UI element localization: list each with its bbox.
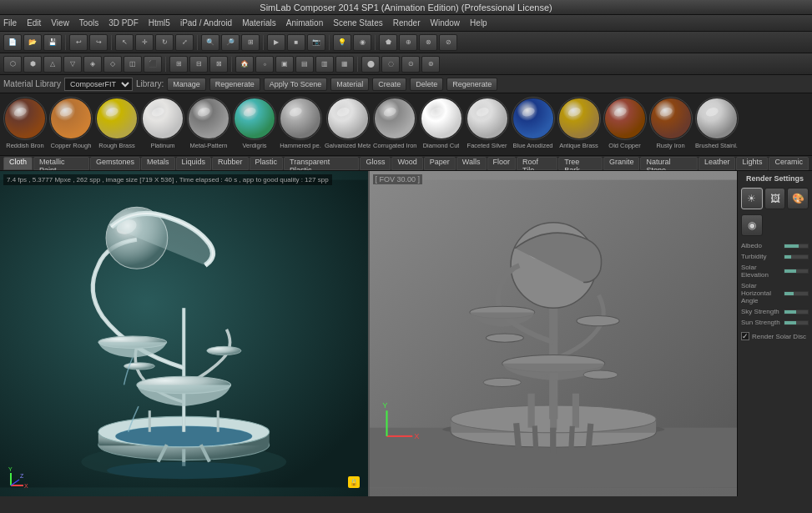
material-item-8[interactable]: Corrugated Iron <box>373 97 417 149</box>
menu-item-file[interactable]: File <box>3 18 17 28</box>
apply-to-scene-btn[interactable]: Apply To Scene <box>264 78 327 91</box>
material-item-12[interactable]: Antique Brass <box>557 97 601 149</box>
material-item-10[interactable]: Faceted Silver <box>466 97 509 149</box>
mat-cat-granite[interactable]: Granite <box>603 157 640 170</box>
toolbar-btn-render[interactable]: ▶ <box>267 34 285 51</box>
mat-cat-leather[interactable]: Leather <box>699 157 736 170</box>
material-item-1[interactable]: Copper Rough <box>49 97 93 149</box>
toolbar2-btn-10[interactable]: ⊟ <box>189 56 208 73</box>
toolbar2-btn-9[interactable]: ⊞ <box>169 56 188 73</box>
toolbar-btn-fit[interactable]: ⊞ <box>241 34 260 51</box>
mat-cat-transparent-plastic[interactable]: Transparent Plastic <box>284 157 359 170</box>
material-item-5[interactable]: Verdigris <box>233 97 276 149</box>
manage-btn[interactable]: Manage <box>167 78 206 91</box>
toolbar-btn-zoom-out[interactable]: 🔎 <box>221 34 240 51</box>
material-item-2[interactable]: Rough Brass <box>95 97 139 149</box>
menu-item-help[interactable]: Help <box>470 18 487 28</box>
toolbar2-btn-8[interactable]: ⬛ <box>144 56 162 73</box>
regenerate-btn-1[interactable]: Regenerate <box>209 78 260 91</box>
create-btn[interactable]: Create <box>372 78 406 91</box>
mat-cat-metallic-paint[interactable]: Metallic Paint <box>33 157 89 170</box>
prop-solar-elev-bar[interactable] <box>784 269 809 274</box>
toolbar2-btn-20[interactable]: ⊙ <box>401 56 420 73</box>
toolbar-btn-new[interactable]: 📄 <box>3 34 22 51</box>
toolbar2-btn-11[interactable]: ⊠ <box>209 56 228 73</box>
toolbar-btn-a2[interactable]: ⊕ <box>399 34 417 51</box>
toolbar-btn-scale[interactable]: ⤢ <box>175 34 194 51</box>
toolbar2-btn-4[interactable]: ▽ <box>63 56 82 73</box>
render-icon-hdr[interactable]: ◉ <box>741 214 763 236</box>
mat-cat-rubber[interactable]: Rubber <box>212 157 249 170</box>
mat-cat-plastic[interactable]: Plastic <box>250 157 284 170</box>
menu-item-tools[interactable]: Tools <box>79 18 98 28</box>
material-btn[interactable]: Material <box>330 78 369 91</box>
toolbar2-btn-7[interactable]: ◫ <box>124 56 142 73</box>
toolbar2-btn-21[interactable]: ⊚ <box>421 56 440 73</box>
toolbar-btn-mat[interactable]: ◉ <box>353 34 371 51</box>
toolbar-btn-cam[interactable]: 📷 <box>307 34 325 51</box>
prop-sky-strength-bar[interactable] <box>784 309 809 314</box>
toolbar-btn-a4[interactable]: ⊘ <box>439 34 457 51</box>
mat-cat-roof-tile[interactable]: Roof Tile <box>517 157 557 170</box>
toolbar2-btn-19[interactable]: ◌ <box>381 56 400 73</box>
toolbar2-btn-14[interactable]: ▣ <box>275 56 294 73</box>
toolbar2-btn-2[interactable]: ⬢ <box>23 56 42 73</box>
material-item-4[interactable]: Metal-Pattern <box>187 97 230 149</box>
render-solar-disc-checkbox[interactable]: ✓ <box>741 332 749 340</box>
render-icon-color[interactable]: 🎨 <box>787 188 809 209</box>
regenerate-btn-2[interactable]: Regenerate <box>446 78 497 91</box>
toolbar-btn-rotate[interactable]: ↻ <box>155 34 174 51</box>
render-icon-image[interactable]: 🖼 <box>764 188 786 209</box>
toolbar-btn-open[interactable]: 📂 <box>23 34 42 51</box>
toolbar-btn-save[interactable]: 💾 <box>43 34 62 51</box>
toolbar2-btn-5[interactable]: ◈ <box>83 56 102 73</box>
viewport-right[interactable]: X Y [ FOV 30.00 ] <box>370 171 738 496</box>
material-item-3[interactable]: Platinum <box>141 97 184 149</box>
viewport-left[interactable]: 7.4 fps , 5.3777 Mpxe , 262 spp , image … <box>0 171 370 496</box>
menu-item-animation[interactable]: Animation <box>286 18 323 28</box>
mat-cat-metals[interactable]: Metals <box>141 157 175 170</box>
menu-item-view[interactable]: View <box>51 18 69 28</box>
material-item-11[interactable]: Blue Anodized <box>512 97 555 149</box>
toolbar-btn-stop[interactable]: ■ <box>287 34 305 51</box>
toolbar-btn-light[interactable]: 💡 <box>333 34 351 51</box>
menu-item-edit[interactable]: Edit <box>27 18 41 28</box>
menu-item-materials[interactable]: Materials <box>242 18 276 28</box>
mat-cat-gemstones[interactable]: Gemstones <box>90 157 140 170</box>
mat-cat-ceramic[interactable]: Ceramic <box>769 157 809 170</box>
mat-cat-wood[interactable]: Wood <box>391 157 422 170</box>
toolbar2-btn-6[interactable]: ◇ <box>103 56 122 73</box>
material-item-14[interactable]: Rusty Iron <box>649 97 693 149</box>
toolbar2-btn-16[interactable]: ▥ <box>315 56 334 73</box>
mat-cat-gloss[interactable]: Gloss <box>360 157 391 170</box>
toolbar-btn-redo[interactable]: ↪ <box>89 34 108 51</box>
toolbar-btn-select[interactable]: ↖ <box>115 34 134 51</box>
mat-cat-floor[interactable]: Floor <box>487 157 517 170</box>
mat-cat-lights[interactable]: Lights <box>736 157 768 170</box>
toolbar2-btn-17[interactable]: ▦ <box>335 56 354 73</box>
toolbar2-btn-12[interactable]: 🏠 <box>235 56 254 73</box>
mat-cat-paper[interactable]: Paper <box>424 157 456 170</box>
menu-item-window[interactable]: Window <box>431 18 461 28</box>
mat-cat-cloth[interactable]: Cloth <box>3 157 33 170</box>
toolbar2-btn-3[interactable]: △ <box>43 56 62 73</box>
menu-item-3d-pdf[interactable]: 3D PDF <box>108 18 139 28</box>
toolbar-btn-a3[interactable]: ⊗ <box>419 34 437 51</box>
material-library-select[interactable]: ComposerFIT <box>64 78 133 91</box>
lock-icon[interactable]: 🔒 <box>348 476 360 488</box>
material-item-6[interactable]: Hammered pe. <box>279 97 322 149</box>
mat-cat-natural-stone[interactable]: Natural Stone <box>640 157 697 170</box>
toolbar-btn-a1[interactable]: ⬟ <box>379 34 397 51</box>
material-item-0[interactable]: Reddish Bron <box>3 97 47 149</box>
prop-sun-strength-bar[interactable] <box>784 320 809 325</box>
delete-btn[interactable]: Delete <box>410 78 443 91</box>
prop-albedo-bar[interactable] <box>784 244 809 249</box>
material-item-7[interactable]: Galvanized Metal <box>325 97 371 149</box>
menu-item-scene-states[interactable]: Scene States <box>333 18 382 28</box>
mat-cat-liquids[interactable]: Liquids <box>176 157 212 170</box>
toolbar-btn-move[interactable]: ✛ <box>135 34 154 51</box>
menu-item-ipad---android[interactable]: iPad / Android <box>180 18 232 28</box>
menu-item-render[interactable]: Render <box>393 18 421 28</box>
prop-turbidity-bar[interactable] <box>784 254 809 259</box>
material-item-15[interactable]: Brushed Stainl. <box>695 97 739 149</box>
